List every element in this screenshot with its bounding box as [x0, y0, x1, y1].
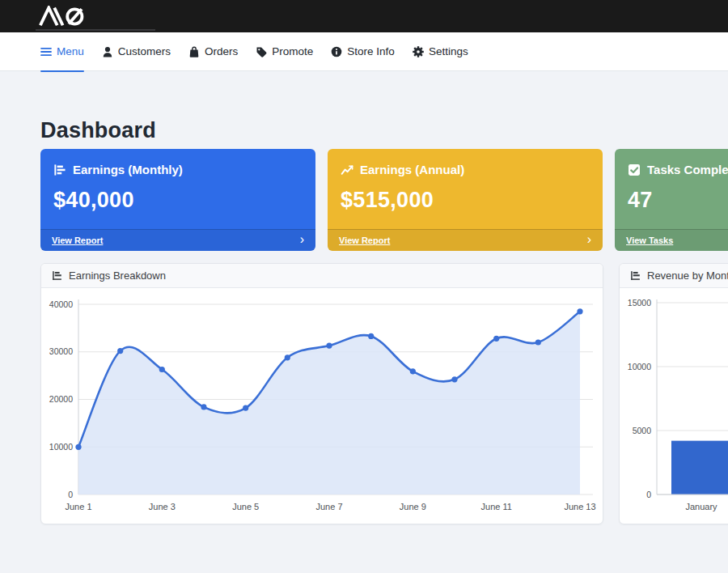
line-chart-icon — [341, 163, 353, 176]
nav-label-promote: Promote — [272, 45, 313, 57]
svg-text:40000: 40000 — [49, 299, 73, 309]
gear-icon — [413, 46, 424, 57]
svg-text:20000: 20000 — [49, 394, 73, 404]
svg-text:June 1: June 1 — [65, 502, 91, 511]
revenue-by-month-card: Revenue by Month 050001000015000January — [619, 263, 728, 524]
nav-label-store-info: Store Info — [347, 45, 395, 57]
view-report-link[interactable]: View Report › — [328, 229, 603, 251]
bar-chart-icon — [52, 270, 62, 281]
svg-text:0: 0 — [68, 490, 73, 499]
stat-card-header: Tasks Completed — [615, 149, 728, 176]
tag-icon — [256, 46, 267, 57]
nav-label-menu: Menu — [57, 45, 84, 57]
dashboard-app: Menu Customers Orders Promote — [0, 0, 728, 573]
svg-text:June 5: June 5 — [232, 502, 259, 511]
stat-card-value: $40,000 — [40, 176, 315, 213]
stat-card-value: $515,000 — [328, 176, 603, 213]
stat-card-earnings-monthly: Earnings (Monthly) $40,000 View Report › — [40, 149, 315, 251]
svg-text:5000: 5000 — [633, 426, 652, 435]
view-tasks-link[interactable]: View Tasks › — [615, 229, 728, 251]
logo-underline — [36, 29, 155, 31]
bar-chart-area: 050001000015000January — [620, 288, 728, 524]
nav-item-customers[interactable]: Customers — [102, 32, 171, 71]
chevron-right-icon: › — [300, 233, 304, 246]
earnings-breakdown-chart: 010000200003000040000June 1June 3June 5J… — [41, 288, 603, 524]
nav-item-settings[interactable]: Settings — [413, 32, 468, 71]
stat-card-earnings-annual: Earnings (Annual) $515,000 View Report › — [328, 149, 603, 251]
svg-text:January: January — [685, 502, 717, 511]
stat-card-title: Tasks Completed — [647, 163, 728, 176]
svg-text:10000: 10000 — [628, 362, 651, 371]
chevron-right-icon: › — [587, 233, 591, 246]
nav-item-promote[interactable]: Promote — [256, 32, 313, 71]
top-black-bar — [0, 0, 728, 32]
shopping-bag-icon — [188, 46, 200, 57]
stat-card-header: Earnings (Monthly) — [40, 149, 315, 176]
hamburger-icon — [40, 46, 52, 57]
svg-text:June 3: June 3 — [149, 502, 176, 511]
nav-item-menu[interactable]: Menu — [40, 32, 84, 71]
svg-text:June 11: June 11 — [481, 502, 512, 511]
active-tab-indicator — [40, 70, 84, 72]
svg-text:10000: 10000 — [49, 442, 73, 452]
svg-text:15000: 15000 — [628, 298, 651, 308]
chart-title: Earnings Breakdown — [69, 270, 166, 282]
svg-text:June 9: June 9 — [400, 502, 426, 511]
stat-card-header: Earnings (Annual) — [328, 149, 603, 176]
svg-text:30000: 30000 — [49, 346, 73, 356]
nav-item-store-info[interactable]: Store Info — [331, 32, 395, 71]
main-navbar: Menu Customers Orders Promote — [0, 32, 728, 71]
nav-label-customers: Customers — [118, 45, 171, 57]
brand-logo[interactable] — [36, 6, 107, 27]
view-report-label[interactable]: View Report — [339, 236, 390, 245]
chart-card-header: Earnings Breakdown — [41, 264, 603, 288]
stat-card-title: Earnings (Monthly) — [73, 163, 183, 176]
earnings-breakdown-card: Earnings Breakdown 010000200003000040000… — [40, 263, 603, 524]
check-square-icon — [628, 163, 641, 176]
stat-card-title: Earnings (Annual) — [360, 163, 464, 176]
view-report-label[interactable]: View Report — [52, 236, 103, 245]
nav-label-settings: Settings — [429, 45, 468, 57]
stat-card-tasks-completed: Tasks Completed 47 View Tasks › — [615, 149, 728, 251]
bar-chart-icon — [630, 270, 641, 281]
chart-card-header: Revenue by Month — [620, 264, 728, 288]
chart-title: Revenue by Month — [647, 270, 728, 282]
stat-card-value: 47 — [615, 176, 728, 213]
info-circle-icon — [331, 46, 342, 57]
aq-logo-icon — [36, 6, 107, 27]
page-title: Dashboard — [40, 118, 156, 143]
person-icon — [102, 46, 113, 57]
bar-chart-icon — [53, 163, 66, 176]
view-tasks-label[interactable]: View Tasks — [626, 236, 673, 245]
nav-item-orders[interactable]: Orders — [188, 32, 238, 71]
view-report-link[interactable]: View Report › — [40, 229, 315, 251]
nav-label-orders: Orders — [205, 45, 238, 57]
revenue-by-month-chart: 050001000015000January — [620, 288, 728, 524]
svg-text:June 7: June 7 — [315, 502, 342, 511]
svg-text:June 13: June 13 — [564, 502, 595, 511]
line-chart-area: 010000200003000040000June 1June 3June 5J… — [41, 288, 603, 524]
svg-text:0: 0 — [646, 490, 651, 499]
